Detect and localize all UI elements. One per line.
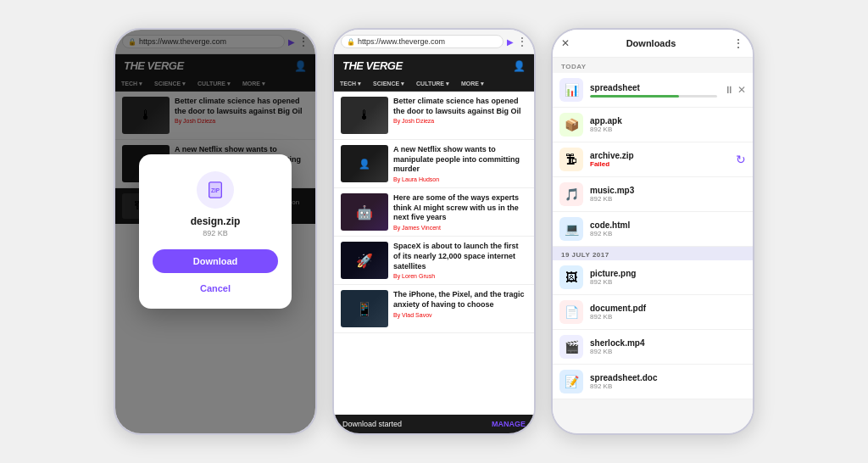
jul19-section: 19 JULY 2017 [553,247,753,260]
close-download-icon[interactable]: ✕ [737,84,746,96]
dl-info-doc: spreadsheet.doc 892 KB [590,373,746,390]
dl-info-pdf: document.pdf 892 KB [590,304,746,321]
dl-item-doc: 📝 spreadsheet.doc 892 KB [553,365,753,399]
dl-icon-html: 💻 [559,217,583,241]
dl-icon-png: 🖼 [559,265,583,289]
dl-item-mp3: 🎵 music.mp3 892 KB [553,177,753,212]
dl-actions-spreadsheet: ⏸ ✕ [724,84,746,96]
dl-icon-spreadsheet: 📊 [559,78,583,102]
dl-size-pdf: 892 KB [590,313,746,321]
dl-icon-mp3: 🎵 [559,182,583,206]
dl-size-doc: 892 KB [590,382,746,390]
dl-name-pdf: document.pdf [590,304,746,313]
dl-name-html: code.html [590,220,746,230]
dl-size-mp3: 892 KB [590,195,746,203]
nav-science-2[interactable]: SCIENCE ▾ [367,77,410,91]
dl-item-apk: 📦 app.apk 892 KB [553,108,753,142]
nav-culture-2[interactable]: CULTURE ▾ [410,77,455,91]
downloads-header: ✕ Downloads ⋮ [553,30,753,58]
svg-text:ZIP: ZIP [211,187,220,193]
jul19-label: 19 JULY 2017 [561,251,744,259]
dl-item-pdf: 📄 document.pdf 892 KB [553,295,753,330]
zip-icon: ZIP [206,181,225,199]
scene: 🔒 https://www.theverge.com ▶ ⋮ THE VERGE… [88,11,780,452]
download-overlay: ZIP design.zip 892 KB Download Cancel [115,30,315,433]
dl-name-doc: spreadsheet.doc [590,373,746,382]
url-text-2: https://www.theverge.com [358,37,445,46]
download-filename: design.zip [153,215,278,227]
retry-icon[interactable]: ↻ [736,153,746,166]
dl-failed-label: Failed [590,160,729,168]
article-item-2-3: 🚀 SpaceX is about to launch the first of… [334,237,534,285]
downloads-panel: TODAY 📊 spreadsheet ⏸ ✕ 📦 [553,58,753,433]
downloads-menu-icon[interactable]: ⋮ [732,36,744,50]
dl-size-mp4: 892 KB [590,348,746,355]
manage-button[interactable]: MANAGE [492,420,526,428]
dl-size-apk: 892 KB [590,126,746,133]
download-started-text: Download started [342,420,402,428]
dl-info-spreadsheet: spreadsheet [590,83,717,98]
dl-icon-pdf: 📄 [559,300,583,324]
download-started-bar: Download started MANAGE [334,415,534,433]
menu-dots-2[interactable]: ⋮ [517,36,527,47]
dl-name-spreadsheet: spreadsheet [590,83,717,92]
dl-icon-mp4: 🎬 [559,335,583,359]
article-thumb-2-2: 🤖 [341,193,388,231]
article-title-2-3: SpaceX is about to launch the first of i… [393,242,527,271]
article-thumb-2-0: 🌡 [341,97,388,134]
dl-icon-apk: 📦 [559,113,583,137]
article-author-2-4: By Vlad Savov [393,312,527,318]
article-item-2-2: 🤖 Here are some of the ways experts thin… [334,188,534,237]
phone-3: ✕ Downloads ⋮ TODAY 📊 spreadsheet ⏸ ✕ [551,28,754,435]
dl-item-spreadsheet: 📊 spreadsheet ⏸ ✕ [553,73,753,108]
pause-icon[interactable]: ⏸ [724,84,734,96]
nav-more-2[interactable]: MORE ▾ [455,77,490,91]
dl-item-mp4: 🎬 sherlock.mp4 892 KB [553,330,753,365]
verge-profile-icon-2: 👤 [513,60,526,72]
verge-header-2: THE VERGE 👤 [334,54,534,77]
dl-name-apk: app.apk [590,116,746,126]
dl-size-html: 892 KB [590,230,746,237]
dl-info-png: picture.png 892 KB [590,269,746,286]
article-item-2-4: 📱 The iPhone, the Pixel, and the tragic … [334,285,534,333]
article-author-2-3: By Loren Grush [393,273,527,279]
phone-2: 🔒 https://www.theverge.com ▶ ⋮ THE VERGE… [332,28,536,435]
verge-nav-2: TECH ▾ SCIENCE ▾ CULTURE ▾ MORE ▾ [334,77,534,92]
dl-progress-fill-spreadsheet [590,95,679,98]
downloads-title: Downloads [626,38,676,48]
dl-icon-doc: 📝 [559,370,583,393]
dl-icon-zip: 🗜 [559,148,583,171]
article-thumb-2-3: 🚀 [341,242,388,279]
download-dialog: ZIP design.zip 892 KB Download Cancel [139,154,292,309]
today-section-label: TODAY [553,58,753,73]
cancel-button[interactable]: Cancel [200,283,231,293]
article-title-2-4: The iPhone, the Pixel, and the tragic an… [393,290,527,310]
article-author-2-1: By Laura Hudson [393,176,527,182]
nav-tech-2[interactable]: TECH ▾ [334,77,367,91]
browser-bar-2: 🔒 https://www.theverge.com ▶ ⋮ [334,30,534,54]
dl-size-png: 892 KB [590,278,746,286]
article-thumb-2-1: 👤 [341,145,388,182]
dl-item-html: 💻 code.html 892 KB [553,212,753,247]
dl-info-mp4: sherlock.mp4 892 KB [590,338,746,355]
article-title-2-1: A new Netflix show wants to manipulate p… [393,145,527,175]
article-thumb-2-4: 📱 [341,290,388,327]
article-item-2-0: 🌡 Better climate science has opened the … [334,92,534,140]
dl-item-png: 🖼 picture.png 892 KB [553,260,753,295]
url-bar-2[interactable]: 🔒 https://www.theverge.com [341,35,504,48]
dl-actions-zip: ↻ [736,153,746,166]
dl-name-png: picture.png [590,269,746,278]
article-author-2-0: By Josh Dzieza [393,118,527,124]
phone-1: 🔒 https://www.theverge.com ▶ ⋮ THE VERGE… [114,28,317,435]
download-button[interactable]: Download [153,249,278,273]
dl-item-zip: 🗜 archive.zip Failed ↻ [553,142,753,177]
dl-info-html: code.html 892 KB [590,220,746,237]
download-file-icon-wrap: ZIP [197,171,234,209]
dl-name-mp3: music.mp3 [590,186,746,195]
dl-info-zip: archive.zip Failed [590,151,729,168]
close-icon[interactable]: ✕ [561,37,570,49]
dl-info-apk: app.apk 892 KB [590,116,746,133]
verge-logo-2: THE VERGE [342,59,403,72]
dl-info-mp3: music.mp3 892 KB [590,186,746,203]
send-icon-2: ▶ [507,37,514,47]
